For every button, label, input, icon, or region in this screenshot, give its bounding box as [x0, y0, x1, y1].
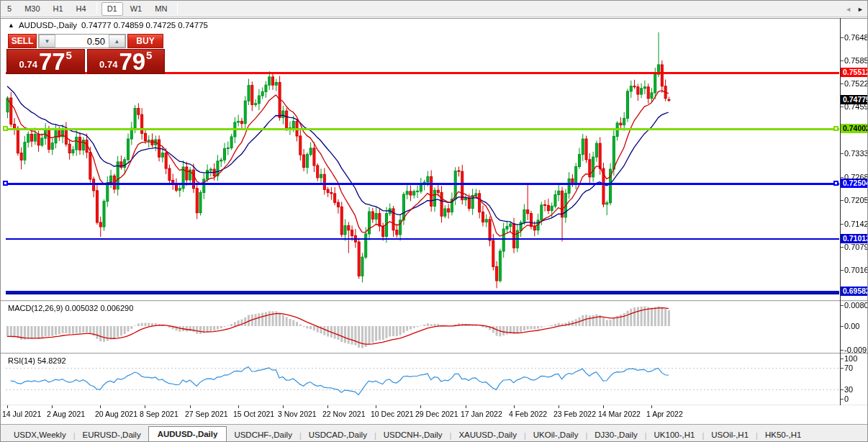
price-level-badge: 0.75512 [841, 68, 868, 77]
rsi-axis-label: 100 [844, 354, 857, 363]
price-axis-label: 0.75850 [844, 56, 868, 65]
rsi-indicator-canvas[interactable] [5, 354, 840, 405]
horizontal-level-line-0.72504[interactable] [6, 183, 839, 185]
timeframe-button-w1[interactable]: W1 [125, 2, 148, 16]
date-axis-label: 14 Jul 2021 [2, 410, 41, 418]
price-axis-label: 0.72685 [844, 173, 868, 181]
date-axis-tick [52, 405, 53, 408]
toolbar-separator [96, 3, 97, 14]
horizontal-level-line-0.71013[interactable] [6, 238, 839, 240]
date-axis-tick [651, 405, 652, 408]
chart-tab-dj30[interactable]: DJ30-,Daily [587, 428, 644, 442]
volume-field: ▼ ▲ [38, 34, 126, 48]
rsi-label: RSI(14) 54.8292 [8, 356, 66, 365]
rsi-axis-label: 70 [844, 364, 853, 372]
timeframe-button-mn[interactable]: MN [149, 2, 173, 16]
one-click-collapse-icon[interactable]: ▲ [8, 22, 14, 29]
chart-tab-usdx[interactable]: USDX,Weekly [6, 428, 73, 442]
chart-info-line: ▲ AUDUSD-,Daily 0.74777 0.74859 0.74725 … [8, 21, 208, 30]
price-axis-label: 0.72055 [844, 196, 868, 204]
timeframe-button-h1[interactable]: H1 [48, 2, 69, 16]
horizontal-level-line-lower-0.69582[interactable] [6, 293, 839, 294]
sell-button[interactable]: SELL [8, 34, 37, 48]
line-handle-left[interactable] [3, 126, 8, 131]
date-axis-label: 23 Feb 2022 [553, 410, 596, 418]
line-handle-right[interactable] [833, 126, 838, 131]
buy-price-pipette: 5 [146, 51, 152, 60]
date-axis-tick [283, 405, 284, 408]
price-axis-label: 0.70795 [844, 243, 868, 251]
buy-button[interactable]: BUY [127, 34, 163, 48]
sell-price-big-digits: 77 [39, 53, 65, 71]
date-axis-tick [559, 405, 559, 408]
pane-separator[interactable] [1, 353, 868, 354]
price-axis-label: 0.74590 [844, 102, 868, 111]
chart-tab-usoil[interactable]: USOil-,H1 [704, 428, 756, 442]
toolbar-separator [177, 3, 178, 14]
line-handle-left[interactable] [3, 181, 8, 186]
buy-price-button[interactable]: 0.74 79 5 [87, 49, 166, 74]
chart-tab-xauusd[interactable]: XAUUSD-,Daily [451, 428, 524, 442]
date-axis-tick [420, 405, 421, 408]
pane-separator[interactable] [1, 300, 868, 302]
date-axis-label: 20 Aug 2021 [95, 410, 137, 418]
date-axis-tick [327, 405, 328, 408]
buy-price-big-digits: 79 [119, 53, 145, 71]
line-handle-right[interactable] [833, 181, 838, 186]
chart-tab-eurusd[interactable]: EURUSD-,Daily [76, 428, 148, 442]
chart-tab-audusd[interactable]: AUDUSD-,Daily [148, 426, 227, 442]
price-axis-label: 0.71425 [844, 220, 868, 228]
chart-tab-usdcnh[interactable]: USDCNH-,Daily [376, 428, 450, 442]
sell-price-button[interactable]: 0.74 77 5 [6, 49, 85, 74]
date-axis-label: 10 Dec 2021 [371, 410, 414, 418]
price-level-badge: 0.74002 [841, 124, 868, 133]
one-click-trade-panel: SELL ▼ ▲ BUY 0.74 77 5 0.74 79 5 [6, 34, 165, 74]
date-axis-label: 3 Nov 2021 [278, 410, 317, 418]
timeframe-button-m30[interactable]: M30 [19, 2, 45, 16]
chart-symbol-label: AUDUSD-,Daily [19, 21, 77, 30]
chart-tab-usdcad[interactable]: USDCAD-,Daily [302, 428, 374, 442]
timeframe-button-h4[interactable]: H4 [71, 2, 92, 16]
chart-tab-uk100[interactable]: UK100-,H1 [647, 428, 702, 442]
timeframe-toolbar: 5M30H1H4D1W1MN [1, 1, 868, 17]
chart-tab-bar: USDX,Weekly|EURUSD-,DailyAUDUSD-,DailyUS… [1, 424, 868, 442]
chart-tab-ukoil[interactable]: UKOil-,Daily [526, 428, 586, 442]
price-axis-label: 0.75220 [844, 79, 868, 88]
date-axis-tick [514, 405, 515, 408]
volume-decrease-icon[interactable]: ▼ [39, 35, 55, 48]
tab-scroll-right-icon[interactable]: ► [857, 6, 864, 13]
sell-price-prefix: 0.74 [19, 59, 37, 70]
chart-ohlc-values: 0.74777 0.74859 0.74725 0.74775 [81, 21, 208, 30]
date-axis-tick [190, 405, 191, 408]
date-axis-tick [238, 405, 239, 408]
price-axis-label: 0.70165 [844, 266, 868, 274]
chart-tab-usdchf[interactable]: USDCHF-,Daily [227, 428, 299, 442]
timeframe-button-d1[interactable]: D1 [101, 2, 123, 16]
macd-label: MACD(12,26,9) 0.005032 0.006290 [8, 304, 133, 312]
date-axis-label: 4 Feb 2022 [509, 410, 547, 418]
date-axis-label: 29 Dec 2021 [415, 410, 458, 418]
date-axis-tick [466, 405, 466, 408]
date-axis-tick [100, 405, 101, 408]
date-axis-label: 14 Mar 2022 [598, 410, 641, 418]
rsi-axis-label: 0 [844, 394, 849, 403]
date-axis-label: 22 Nov 2021 [322, 410, 366, 418]
price-axis-label: 0.76480 [844, 33, 868, 42]
chart-tab-hk50[interactable]: HK50-,H1 [758, 428, 809, 442]
tab-scroll-controls: ◄ ► [845, 6, 864, 13]
tab-scroll-left-icon[interactable]: ◄ [845, 6, 851, 13]
price-level-badge: 0.69582 [841, 287, 868, 296]
volume-increase-icon[interactable]: ▲ [109, 35, 125, 48]
timeframe-button-5[interactable]: 5 [1, 2, 17, 16]
date-axis-tick [145, 405, 145, 408]
horizontal-level-line-0.74002[interactable] [6, 128, 839, 130]
date-axis-tick [376, 405, 376, 408]
price-axis-label: 0.73330 [844, 149, 868, 158]
buy-price-prefix: 0.74 [99, 59, 117, 70]
date-axis-label: 15 Oct 2021 [233, 410, 274, 418]
sell-price-pipette: 5 [66, 51, 72, 60]
date-axis-label: 1 Apr 2022 [646, 410, 683, 418]
volume-input[interactable] [55, 35, 109, 48]
date-axis-tick [7, 405, 8, 408]
date-axis-label: 2 Aug 2021 [47, 410, 85, 418]
